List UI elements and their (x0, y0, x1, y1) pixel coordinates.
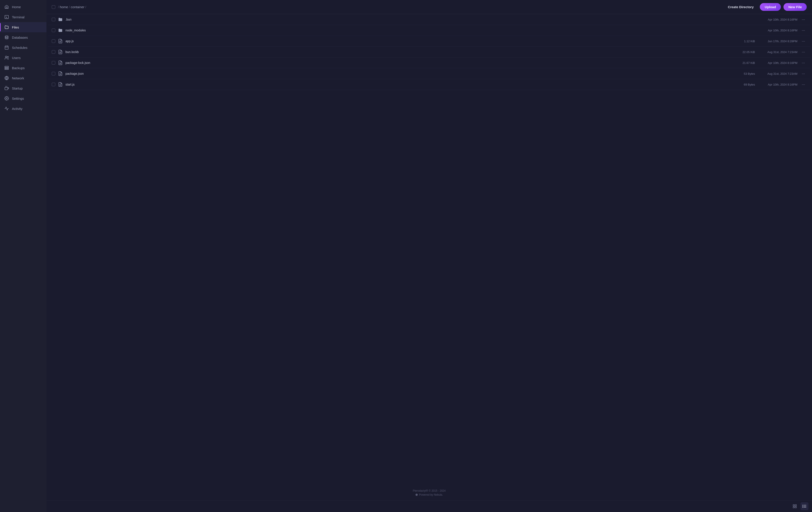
startup-icon (4, 86, 9, 90)
file-name: app.js (65, 39, 730, 43)
svg-point-4 (7, 56, 8, 58)
file-size: 1.12 KiB (733, 39, 755, 43)
sidebar-item-home[interactable]: Home (0, 2, 47, 12)
sidebar-item-label: Files (12, 25, 19, 29)
nebula-dot-icon (415, 494, 418, 496)
file-date: Apr 10th, 2024 8:16PM (758, 61, 798, 65)
file-row-checkbox[interactable] (52, 50, 55, 54)
file-date: Apr 10th, 2024 8:16PM (758, 18, 798, 21)
file-list: .bun Apr 10th, 2024 8:16PM ··· node_modu… (47, 14, 812, 485)
svg-point-34 (803, 507, 803, 508)
file-icon (58, 50, 63, 54)
schedules-icon (4, 45, 9, 50)
sidebar-item-databases[interactable]: Databases (0, 32, 47, 42)
footer: Pterodactyl® © 2015 - 2024 Powered by Ne… (47, 485, 812, 500)
sidebar-item-terminal[interactable]: Terminal (0, 12, 47, 22)
sidebar-item-label: Terminal (12, 15, 25, 19)
header-actions: Create Directory Upload New File (724, 3, 807, 11)
backups-icon (4, 66, 9, 70)
activity-icon (4, 106, 9, 111)
select-all-checkbox[interactable] (52, 5, 55, 9)
svg-rect-27 (793, 507, 794, 508)
file-context-menu-button[interactable]: ··· (800, 71, 807, 76)
svg-rect-5 (5, 66, 9, 67)
file-icon (58, 71, 63, 76)
sidebar-item-users[interactable]: Users (0, 53, 47, 63)
folder-icon (58, 28, 63, 33)
file-row-checkbox[interactable] (52, 83, 55, 86)
table-row[interactable]: package-lock.json 21.67 KiB Apr 10th, 20… (48, 58, 810, 68)
file-row-checkbox[interactable] (52, 39, 55, 43)
new-file-button[interactable]: New File (783, 3, 807, 11)
file-date: Apr 10th, 2024 8:16PM (758, 83, 798, 86)
file-name: package-lock.json (65, 61, 730, 65)
file-context-menu-button[interactable]: ··· (800, 28, 807, 33)
table-row[interactable]: app.js 1.12 KiB Jun 17th, 2024 8:28PM ··… (48, 36, 810, 47)
footer-powered-by: Powered by Nebula. (419, 493, 443, 496)
svg-point-1 (5, 36, 8, 37)
file-date: Aug 31st, 2024 7:23AM (758, 51, 798, 54)
header-bar: / home / container / Create Directory Up… (47, 0, 812, 14)
terminal-icon (4, 15, 9, 19)
main-content: / home / container / Create Directory Up… (47, 0, 812, 512)
file-context-menu-button[interactable]: ··· (800, 82, 807, 87)
svg-rect-28 (795, 507, 796, 508)
sidebar-item-label: Home (12, 5, 21, 9)
table-row[interactable]: node_modules Apr 10th, 2024 8:16PM ··· (48, 25, 810, 36)
home-icon (4, 5, 9, 9)
grid-view-button[interactable] (791, 502, 799, 510)
file-date: Jun 17th, 2024 8:28PM (758, 39, 798, 43)
file-row-checkbox[interactable] (52, 29, 55, 32)
file-context-menu-button[interactable]: ··· (800, 39, 807, 43)
table-row[interactable]: package.json 53 Bytes Aug 31st, 2024 7:2… (48, 68, 810, 79)
sidebar-item-label: Startup (12, 86, 23, 90)
file-row-checkbox[interactable] (52, 18, 55, 21)
file-date: Apr 10th, 2024 8:16PM (758, 29, 798, 32)
svg-point-32 (803, 505, 803, 505)
network-icon (4, 76, 9, 80)
file-icon (58, 60, 63, 65)
file-name: package.json (65, 72, 730, 76)
create-directory-button[interactable]: Create Directory (724, 3, 757, 10)
breadcrumb-container[interactable]: container (71, 5, 85, 9)
sidebar-item-settings[interactable]: Settings (0, 93, 47, 103)
sidebar-item-activity[interactable]: Activity (0, 103, 47, 114)
file-row-checkbox[interactable] (52, 61, 55, 65)
list-view-button[interactable] (801, 502, 809, 510)
file-size: 69 Bytes (733, 83, 755, 86)
breadcrumb-home[interactable]: home (60, 5, 68, 9)
svg-rect-7 (5, 69, 9, 69)
files-icon (4, 25, 9, 29)
file-context-menu-button[interactable]: ··· (800, 50, 807, 54)
file-size: 21.67 KiB (733, 61, 755, 65)
svg-rect-25 (793, 505, 794, 506)
sidebar-item-startup[interactable]: Startup (0, 83, 47, 93)
breadcrumb-sep-2: / (69, 5, 70, 9)
file-context-menu-button[interactable]: ··· (800, 61, 807, 65)
sidebar-item-label: Network (12, 76, 24, 80)
svg-point-9 (6, 98, 7, 99)
databases-icon (4, 35, 9, 39)
sidebar-item-schedules[interactable]: Schedules (0, 42, 47, 53)
footer-copyright: Pterodactyl® © 2015 - 2024 (413, 489, 445, 492)
upload-button[interactable]: Upload (760, 3, 781, 11)
sidebar-item-backups[interactable]: Backups (0, 63, 47, 73)
file-size: 53 Bytes (733, 72, 755, 76)
file-name: start.js (65, 83, 730, 86)
table-row[interactable]: bun.lockb 22.05 KiB Aug 31st, 2024 7:23A… (48, 47, 810, 58)
table-row[interactable]: start.js 69 Bytes Apr 10th, 2024 8:16PM … (48, 79, 810, 90)
bottom-toolbar (47, 500, 812, 512)
file-date: Aug 31st, 2024 7:23AM (758, 72, 798, 76)
file-context-menu-button[interactable]: ··· (800, 17, 807, 22)
sidebar: Home Terminal Files Databases Schedules … (0, 0, 47, 512)
table-row[interactable]: .bun Apr 10th, 2024 8:16PM ··· (48, 14, 810, 25)
footer-nebula: Powered by Nebula. (415, 493, 443, 496)
settings-icon (4, 96, 9, 100)
sidebar-item-files[interactable]: Files (0, 22, 47, 32)
sidebar-item-network[interactable]: Network (0, 73, 47, 83)
file-name: bun.lockb (65, 50, 730, 54)
folder-icon (58, 17, 63, 22)
file-row-checkbox[interactable] (52, 72, 55, 76)
sidebar-item-label: Users (12, 56, 21, 60)
svg-rect-0 (5, 16, 9, 19)
